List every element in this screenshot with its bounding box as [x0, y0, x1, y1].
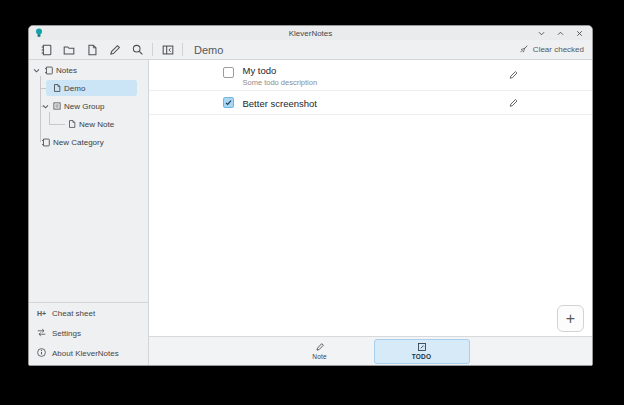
cheat-sheet-item[interactable]: H+ Cheat sheet: [29, 303, 148, 323]
footer-item-label: About KleverNotes: [52, 349, 119, 358]
about-item[interactable]: About KleverNotes: [29, 343, 148, 363]
settings-item[interactable]: Settings: [29, 323, 148, 343]
broom-icon: [518, 44, 529, 55]
chevron-down-icon[interactable]: [41, 102, 50, 111]
check-icon: [224, 98, 233, 107]
tree-item-label: New Note: [79, 120, 114, 129]
toolbar: Demo Clear checked: [29, 40, 592, 60]
tab-todo[interactable]: TODO: [374, 339, 470, 364]
rename-button[interactable]: [104, 41, 125, 59]
tab-label: TODO: [412, 353, 431, 360]
close-icon[interactable]: [575, 29, 584, 38]
todo-title: My todo: [243, 65, 277, 76]
new-category-button[interactable]: [35, 41, 56, 59]
heading-markdown-icon: H+: [36, 310, 47, 317]
new-note-icon: [85, 43, 99, 57]
pencil-icon: [108, 43, 122, 57]
add-todo-button[interactable]: +: [557, 305, 584, 332]
notes-tree: Notes Demo New Group New Note: [29, 60, 148, 302]
page-title: Demo: [194, 44, 223, 56]
pencil-icon: [508, 70, 519, 81]
app-icon: [35, 28, 43, 38]
tree-item-notes[interactable]: Notes: [29, 61, 148, 79]
todo-row[interactable]: My todo Some todo description: [149, 60, 592, 91]
pencil-icon: [315, 342, 325, 352]
todo-description: Some todo description: [243, 78, 318, 87]
new-category-icon: [39, 43, 53, 57]
sidebar-footer: H+ Cheat sheet Settings About KleverNote…: [29, 302, 148, 365]
category-icon: [43, 65, 54, 76]
tree-item-demo[interactable]: Demo: [29, 79, 148, 97]
toolbar-separator: [152, 43, 153, 56]
sidebar: Notes Demo New Group New Note: [29, 60, 149, 365]
clear-checked-button[interactable]: Clear checked: [516, 44, 586, 55]
window-title: KleverNotes: [29, 29, 592, 38]
toggle-sidebar-button[interactable]: [157, 41, 178, 59]
footer-item-label: Cheat sheet: [52, 309, 95, 318]
edit-todo-button[interactable]: [506, 95, 521, 110]
titlebar[interactable]: KleverNotes: [29, 26, 592, 40]
tree-item-new-note[interactable]: New Note: [29, 115, 148, 133]
note-icon: [52, 83, 62, 93]
tab-label: Note: [312, 353, 327, 360]
tree-item-label: Demo: [64, 84, 85, 93]
settings-swap-icon: [36, 327, 47, 340]
note-icon: [67, 119, 77, 129]
new-note-button[interactable]: [81, 41, 102, 59]
group-icon: [52, 101, 62, 111]
tab-note[interactable]: Note: [272, 339, 368, 364]
klevernotes-window: KleverNotes: [28, 25, 593, 366]
pencil-icon: [508, 97, 519, 108]
footer-item-label: Settings: [52, 329, 81, 338]
window-body: Notes Demo New Group New Note: [29, 60, 592, 365]
tree-item-new-group[interactable]: New Group: [29, 97, 148, 115]
tree-item-new-category[interactable]: New Category: [29, 133, 148, 151]
view-switcher: Note TODO: [149, 336, 592, 365]
sidebar-toggle-icon: [161, 43, 175, 57]
todo-view-icon: [417, 342, 427, 352]
todo-checkbox-checked[interactable]: [223, 97, 234, 108]
main-panel: My todo Some todo description: [149, 60, 592, 365]
chevron-down-icon[interactable]: [32, 66, 41, 75]
tree-item-label: Notes: [56, 66, 77, 75]
clear-checked-label: Clear checked: [533, 45, 584, 54]
info-icon: [36, 347, 47, 360]
todo-title: Better screenshot: [243, 98, 317, 109]
category-icon: [40, 137, 51, 148]
minimize-icon[interactable]: [537, 29, 546, 38]
maximize-icon[interactable]: [556, 29, 565, 38]
toolbar-separator: [182, 43, 183, 56]
new-group-icon: [62, 43, 76, 57]
tree-item-label: New Group: [64, 102, 104, 111]
todo-checkbox-unchecked[interactable]: [223, 67, 234, 78]
window-controls: [537, 29, 592, 38]
edit-todo-button[interactable]: [506, 68, 521, 83]
todo-row[interactable]: Better screenshot: [149, 91, 592, 115]
desktop-background: KleverNotes: [0, 0, 624, 405]
todo-list: My todo Some todo description: [149, 60, 592, 336]
new-group-button[interactable]: [58, 41, 79, 59]
search-icon: [131, 43, 145, 57]
tree-item-label: New Category: [53, 138, 104, 147]
search-button[interactable]: [127, 41, 148, 59]
